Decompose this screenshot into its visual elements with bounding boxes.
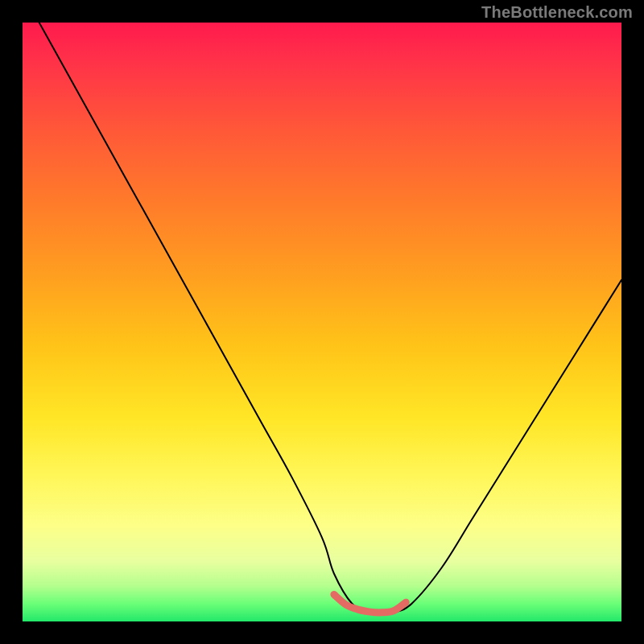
watermark-text: TheBottleneck.com [481,3,633,22]
highlight-segment [334,595,406,613]
chart-frame: TheBottleneck.com [0,0,644,644]
plot-area [23,23,621,621]
curve-layer [23,23,621,621]
bottleneck-curve [23,23,621,614]
